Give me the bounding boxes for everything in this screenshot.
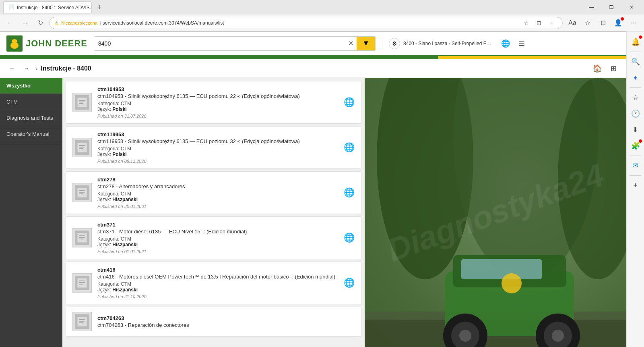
url-text: serviceadvisorlocal.deere.com:3074/WebSA… bbox=[103, 20, 520, 26]
manual-lang-3: Język: Hiszpański bbox=[97, 197, 338, 202]
browser-tab[interactable]: 📄 Instrukcje - 8400 :: Service ADVIS... … bbox=[3, 1, 92, 13]
reader-icon[interactable]: ≡ bbox=[546, 17, 557, 29]
machine-selector[interactable]: ⚙ 8400 - Siano i pasza - Self-Propelled … bbox=[382, 38, 492, 49]
svg-rect-14 bbox=[79, 192, 85, 193]
manual-thumbnail-5 bbox=[72, 273, 92, 293]
collections-icon[interactable]: ⊡ bbox=[533, 17, 545, 29]
manual-info-1: ctm104953 ctm104953 - Silnik wysokoprężn… bbox=[97, 86, 338, 118]
manual-date-5: Published on 21.10.2020 bbox=[97, 294, 338, 299]
maximize-button[interactable]: ⧠ bbox=[602, 0, 621, 15]
manual-info-4: ctm371 ctm371 - Motor diésel 6135 — ECU … bbox=[97, 222, 338, 254]
globe-icon-5[interactable]: 🌐 bbox=[344, 278, 355, 288]
close-button[interactable]: ✕ bbox=[622, 0, 641, 15]
app-wrapper: JOHN DEERE ✕ ▼ ⚙ 8400 - Siano i pasza - … bbox=[0, 32, 626, 347]
svg-rect-13 bbox=[79, 190, 85, 191]
jd-logo: JOHN DEERE bbox=[6, 35, 87, 52]
home-icon[interactable]: 🏠 bbox=[591, 62, 604, 75]
manual-date-2: Published on 08.11.2020 bbox=[97, 159, 338, 164]
manual-title-4: ctm371 - Motor diésel 6135 — ECU Nivel 1… bbox=[97, 229, 338, 235]
grid-view-icon[interactable]: ⊞ bbox=[607, 62, 620, 75]
settings-menu[interactable]: ··· bbox=[626, 16, 641, 30]
globe-icon-3[interactable]: 🌐 bbox=[344, 187, 355, 198]
tab-title: Instrukcje - 8400 :: Service ADVIS... bbox=[17, 5, 92, 10]
manual-card-ctm119953[interactable]: ctm119953 ctm119953 - Silnik wysokoprężn… bbox=[66, 126, 361, 169]
manual-title-6: ctm704263 - Reparación de conectores bbox=[97, 322, 355, 328]
breadcrumb-back-button[interactable]: ← bbox=[6, 63, 18, 74]
new-tab-button[interactable]: + bbox=[93, 1, 105, 13]
manual-card-ctm104953[interactable]: ctm104953 ctm104953 - Silnik wysokoprężn… bbox=[66, 81, 361, 124]
svg-point-39 bbox=[459, 330, 471, 342]
page-title: Instrukcje - 8400 bbox=[41, 65, 91, 72]
favorites-sidebar-icon[interactable]: ☆ bbox=[628, 90, 643, 105]
sidebar-item-ctm[interactable]: CTM bbox=[0, 94, 62, 110]
manual-card-ctm704263[interactable]: ctm704263 ctm704263 - Reparación de cone… bbox=[66, 307, 361, 337]
minimize-button[interactable]: — bbox=[582, 0, 601, 15]
browser-chrome: 📄 Instrukcje - 8400 :: Service ADVIS... … bbox=[0, 0, 644, 32]
security-warning-text: Niezabezpieczona bbox=[61, 21, 97, 25]
favorites-icon[interactable]: ☆ bbox=[580, 16, 595, 30]
downloads-icon[interactable]: ⬇ bbox=[628, 123, 643, 137]
manual-title-2: ctm119953 - Silnik wysokoprężny 6135 — E… bbox=[97, 138, 338, 144]
header-icons: 🌐 ☰ bbox=[498, 36, 529, 51]
globe-icon-2[interactable]: 🌐 bbox=[344, 142, 355, 153]
accent-bar bbox=[0, 56, 626, 59]
network-icon[interactable]: 🌐 bbox=[498, 36, 513, 51]
manual-info-3: ctm278 ctm278 - Alternadores y arrancado… bbox=[97, 177, 338, 209]
manual-date-3: Published on 30.01.2001 bbox=[97, 204, 338, 209]
breadcrumb-forward-button[interactable]: → bbox=[21, 63, 32, 74]
manual-category-1: Kategoria: CTM bbox=[97, 101, 338, 106]
thumb-inner-2 bbox=[75, 140, 89, 155]
manual-thumbnail-6 bbox=[72, 312, 92, 331]
svg-rect-19 bbox=[79, 239, 83, 239]
sidebar-item-diagnosis[interactable]: Diagnosis and Tests bbox=[0, 110, 62, 126]
search-input[interactable] bbox=[94, 37, 345, 50]
thumb-inner-6 bbox=[75, 314, 89, 329]
background-image-area: Diagnostyka24 bbox=[365, 78, 626, 347]
collections-btn[interactable]: ⊡ bbox=[596, 16, 610, 30]
machine-icon: ⚙ bbox=[389, 38, 400, 49]
manual-card-ctm278[interactable]: ctm278 ctm278 - Alternadores y arrancado… bbox=[66, 171, 361, 214]
extension-icon[interactable]: Aa bbox=[565, 16, 580, 30]
manual-info-5: ctm416 ctm416 - Motores diésel OEM Power… bbox=[97, 267, 338, 299]
back-button[interactable]: ← bbox=[3, 17, 16, 29]
svg-rect-23 bbox=[79, 284, 83, 285]
sidebar-item-operators-manual[interactable]: Operator's Manual bbox=[0, 126, 62, 142]
svg-rect-22 bbox=[79, 282, 85, 283]
menu-icon[interactable]: ☰ bbox=[514, 36, 529, 51]
dropdown-arrow: ▼ bbox=[362, 39, 369, 48]
copilot-icon[interactable]: ✦ bbox=[628, 71, 643, 85]
manual-category-3: Kategoria: CTM bbox=[97, 191, 338, 197]
manual-card-ctm371[interactable]: ctm371 ctm371 - Motor diésel 6135 — ECU … bbox=[66, 216, 361, 259]
refresh-button[interactable]: ↻ bbox=[34, 17, 47, 29]
jd-header: JOHN DEERE ✕ ▼ ⚙ 8400 - Siano i pasza - … bbox=[0, 32, 626, 56]
history-icon[interactable]: 🕐 bbox=[628, 106, 643, 121]
notifications-icon[interactable]: 🔔 bbox=[628, 35, 643, 49]
sidebar: Wszystko CTM Diagnosis and Tests Operato… bbox=[0, 78, 62, 347]
plus-icon[interactable]: + bbox=[628, 178, 643, 193]
panel-divider-1 bbox=[630, 52, 641, 52]
search-wrapper: ✕ ▼ bbox=[94, 36, 376, 51]
globe-icon-1[interactable]: 🌐 bbox=[344, 97, 355, 108]
manual-card-ctm416[interactable]: ctm416 ctm416 - Motores diésel OEM Power… bbox=[66, 262, 361, 304]
url-bar[interactable]: ⚠ Niezabezpieczona | serviceadvisorlocal… bbox=[49, 17, 563, 29]
manual-category-4: Kategoria: CTM bbox=[97, 236, 338, 242]
star-icon[interactable]: ☆ bbox=[520, 17, 532, 29]
svg-rect-17 bbox=[79, 235, 85, 236]
outlook-icon[interactable]: ✉ bbox=[628, 158, 643, 173]
manuals-list: ctm104953 ctm104953 - Silnik wysokoprężn… bbox=[62, 78, 365, 347]
manual-id-5: ctm416 bbox=[97, 267, 338, 273]
globe-icon-4[interactable]: 🌐 bbox=[344, 233, 355, 243]
copilot-search-icon[interactable]: 🔍 bbox=[628, 54, 643, 69]
sidebar-item-wszystko[interactable]: Wszystko bbox=[0, 78, 62, 94]
profiles-icon[interactable]: 👤 bbox=[611, 16, 625, 30]
manual-id-1: ctm104953 bbox=[97, 86, 338, 92]
window-controls: — ⧠ ✕ bbox=[582, 0, 641, 15]
svg-rect-36 bbox=[461, 259, 542, 279]
search-clear-button[interactable]: ✕ bbox=[345, 36, 357, 51]
extensions-icon[interactable]: 🧩 bbox=[628, 139, 643, 153]
breadcrumb-bar: ← → › Instrukcje - 8400 🏠 ⊞ bbox=[0, 59, 626, 78]
forward-button[interactable]: → bbox=[19, 17, 31, 29]
search-dropdown-button[interactable]: ▼ bbox=[357, 36, 375, 51]
machine-label: 8400 - Siano i pasza - Self-Propelled Fo… bbox=[403, 41, 492, 46]
bg-vehicle-svg bbox=[365, 78, 626, 347]
